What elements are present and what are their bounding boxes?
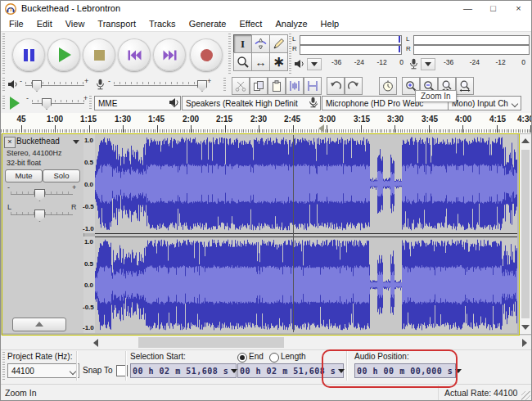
sync-lock-button[interactable] [379,77,397,95]
mixer-toolbar-grip[interactable] [2,78,5,92]
horizontal-scrollbar[interactable] [1,335,531,350]
record-button[interactable] [190,38,223,71]
track-title[interactable]: Buckethead [16,137,60,146]
selection-tool-button[interactable]: I [233,34,252,53]
resize-grip[interactable] [521,391,530,400]
recording-channels-select[interactable]: Mono) Input Ch [448,96,521,110]
audio-host-value: MME [98,99,117,108]
scroll-left-arrow[interactable] [93,339,98,347]
menu-view[interactable]: View [59,17,92,31]
record-gain-slider-track[interactable] [114,85,205,86]
timeline-label: 3:30 [387,115,404,124]
fit-project-button[interactable] [456,77,474,95]
speed-slider-track[interactable] [32,103,84,104]
timeline-label: 2:15 [216,115,232,124]
silence-icon [307,80,318,92]
multi-tool-button[interactable]: ∗ [269,52,288,71]
undo-button[interactable] [327,77,345,95]
envelope-tool-button[interactable] [251,34,270,53]
audio-position-field[interactable]: 00 h 00 m 00,000 s [354,363,456,378]
menu-transport[interactable]: Transport [91,17,142,31]
timeline-label: 3:45 [422,115,438,124]
length-radio-label[interactable]: Length [281,352,306,361]
scroll-right-arrow[interactable] [522,339,527,347]
skip-to-start-button[interactable] [118,38,151,71]
actual-rate: Actual Rate: 44100 [444,388,517,398]
dropdown-arrow-icon [311,62,318,66]
gain-slider-thumb[interactable] [34,189,45,201]
menu-tracks[interactable]: Tracks [142,17,183,31]
track-close-button[interactable]: × [4,137,16,148]
scroll-up-arrow[interactable] [521,138,530,143]
menu-generate[interactable]: Generate [183,17,233,31]
pan-slider-thumb[interactable] [34,210,45,222]
device-toolbar-grip[interactable] [89,96,92,110]
transcription-toolbar-grip[interactable] [2,96,5,110]
mute-button[interactable]: Mute [5,169,43,182]
edit-toolbar-grip[interactable] [223,78,226,92]
silence-audio-button[interactable] [304,77,322,95]
horizontal-scroll-thumb[interactable] [138,337,284,348]
project-rate-select[interactable]: 44100 [7,363,79,378]
track-menu-arrow-icon[interactable] [73,140,79,144]
close-button[interactable]: × [506,1,531,17]
collapse-arrow-icon [35,322,43,327]
status-message: Zoom In [5,388,37,398]
pause-button[interactable] [12,38,45,71]
playback-meter-right-bar[interactable] [300,45,402,55]
playback-meter-left-bar[interactable] [300,35,402,45]
playback-meter-peak-tick [399,46,400,52]
playback-meter-dropdown[interactable] [307,58,322,70]
menu-edit[interactable]: Edit [30,17,59,31]
recording-meter-dropdown[interactable] [421,58,435,70]
play-button[interactable] [47,38,80,71]
zoom-fit-icon [459,80,471,92]
menu-bar: File Edit View Transport Tracks Generate… [1,17,532,31]
selection-start-field[interactable]: 00 h 02 m 51,608 s [130,363,237,378]
timeshift-tool-button[interactable]: ↔ [251,52,270,71]
collapse-track-button[interactable] [12,318,66,331]
redo-button[interactable] [345,77,363,95]
recording-meter-left-bar[interactable] [413,35,530,45]
tools-toolbar-grip[interactable] [228,34,231,74]
vertical-scrollbar[interactable] [520,134,531,334]
transport-toolbar-grip[interactable] [2,34,5,74]
playback-meter-scale: -36 -24 -12 0 [331,58,404,66]
menu-help[interactable]: Help [314,17,346,31]
end-radio-label[interactable]: End [249,352,264,361]
copy-button[interactable] [250,77,268,95]
pencil-icon [273,38,285,50]
draw-tool-button[interactable] [269,34,288,53]
playback-device-select[interactable]: Speakers (Realtek High Definit [182,96,321,110]
maximize-button[interactable]: □ [480,1,506,17]
field-dropdown-icon[interactable] [338,369,345,373]
zoom-in-tooltip: Zoom In [415,90,457,102]
volume-min-label: - [20,77,22,85]
solo-button[interactable]: Solo [43,169,80,182]
zoom-tool-button[interactable] [233,52,252,71]
vertical-scroll-thumb[interactable] [521,150,530,318]
menu-file[interactable]: File [2,17,30,31]
recording-meter-right-label: R [406,45,411,53]
playback-meter-grip[interactable] [289,34,291,74]
play-at-speed-button[interactable] [7,95,23,110]
scale-tick-label: 0 [399,58,404,66]
paste-button[interactable] [268,77,286,95]
skip-to-end-button[interactable] [153,38,186,71]
cut-button[interactable] [232,77,250,95]
minimize-button[interactable]: — [455,1,480,17]
selection-end-field[interactable]: 00 h 02 m 51,608 s [237,363,344,378]
menu-analyze[interactable]: Analyze [268,17,313,31]
stop-button[interactable] [83,38,115,71]
scroll-down-arrow[interactable] [521,325,530,330]
end-radio[interactable] [237,353,247,363]
trim-audio-button[interactable] [286,77,304,95]
waveform-canvas[interactable] [95,134,517,333]
length-radio[interactable] [269,353,279,363]
menu-effect[interactable]: Effect [233,17,269,31]
gain-max-label: + [207,77,211,85]
field-dropdown-icon[interactable] [455,369,462,373]
playhead-marker[interactable] [318,124,324,133]
selection-toolbar-grip[interactable] [2,352,5,381]
recording-meter-right-bar[interactable] [413,45,530,55]
